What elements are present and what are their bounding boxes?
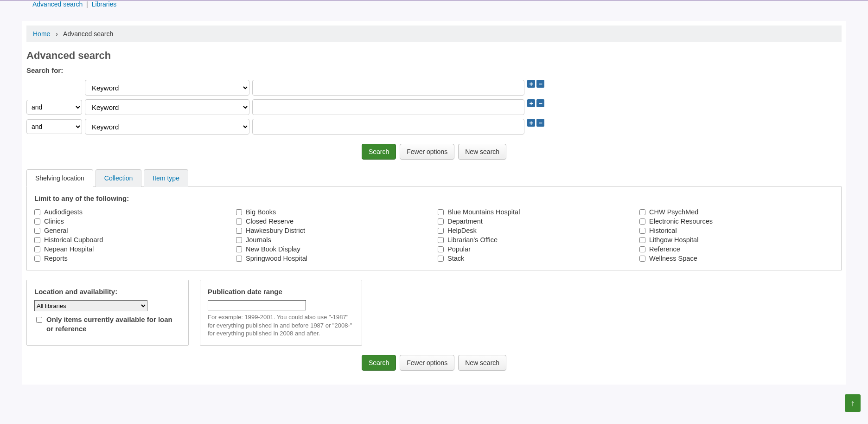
pubdate-input[interactable] — [208, 300, 306, 310]
boolean-select[interactable]: and — [26, 100, 82, 115]
shelving-location-item: Hawkesbury District — [236, 226, 430, 235]
availability-checkbox[interactable] — [36, 317, 42, 323]
field-select[interactable]: Keyword — [85, 99, 249, 115]
search-button[interactable]: Search — [362, 144, 396, 160]
link-libraries[interactable]: Libraries — [92, 0, 117, 8]
shelving-location-checkbox[interactable] — [236, 209, 242, 215]
shelving-location-grid: AudiodigestsBig BooksBlue Mountains Hosp… — [34, 208, 834, 263]
shelving-location-label: Journals — [246, 236, 271, 244]
shelving-location-item: Popular — [438, 245, 632, 253]
shelving-location-checkbox[interactable] — [639, 228, 645, 234]
shelving-location-item: Historical — [639, 226, 834, 235]
action-buttons-top: Search Fewer options New search — [26, 144, 842, 160]
search-button[interactable]: Search — [362, 355, 396, 371]
tab-item-type[interactable]: Item type — [144, 169, 188, 187]
fewer-options-button[interactable]: Fewer options — [400, 355, 454, 371]
shelving-location-label: New Book Display — [246, 245, 300, 253]
shelving-location-label: Audiodigests — [44, 208, 83, 216]
shelving-location-label: Blue Mountains Hospital — [447, 208, 520, 216]
shelving-location-label: General — [44, 227, 68, 234]
shelving-location-checkbox[interactable] — [236, 228, 242, 234]
breadcrumb-current: Advanced search — [63, 30, 113, 38]
field-select[interactable]: Keyword — [85, 119, 249, 135]
breadcrumb-home[interactable]: Home — [33, 30, 50, 38]
library-select[interactable]: All libraries — [34, 300, 147, 311]
new-search-button[interactable]: New search — [458, 355, 506, 371]
shelving-location-checkbox[interactable] — [34, 218, 40, 225]
shelving-location-checkbox[interactable] — [438, 246, 444, 252]
shelving-location-checkbox[interactable] — [34, 237, 40, 243]
shelving-location-label: Reports — [44, 255, 68, 262]
shelving-location-checkbox[interactable] — [236, 246, 242, 252]
search-row: Keyword + − — [26, 80, 842, 96]
shelving-location-label: Big Books — [246, 208, 276, 216]
search-row: and Keyword + − — [26, 99, 842, 115]
remove-row-icon[interactable]: − — [536, 80, 544, 88]
shelving-location-item: General — [34, 226, 229, 235]
shelving-location-label: Nepean Hospital — [44, 245, 94, 253]
shelving-location-checkbox[interactable] — [34, 246, 40, 252]
shelving-location-label: Historical — [649, 227, 677, 234]
shelving-location-checkbox[interactable] — [236, 256, 242, 262]
limit-heading: Limit to any of the following: — [34, 194, 834, 202]
shelving-location-item: Springwood Hospital — [236, 254, 430, 263]
field-select[interactable]: Keyword — [85, 80, 249, 96]
shelving-location-checkbox[interactable] — [639, 237, 645, 243]
tab-collection[interactable]: Collection — [96, 169, 141, 187]
shelving-location-checkbox[interactable] — [639, 256, 645, 262]
lower-filters: Location and availability: All libraries… — [26, 280, 842, 346]
shelving-location-item: Librarian's Office — [438, 236, 632, 244]
shelving-location-label: Reference — [649, 245, 680, 253]
location-legend: Location and availability: — [34, 288, 181, 296]
shelving-location-checkbox[interactable] — [639, 246, 645, 252]
shelving-location-checkbox[interactable] — [438, 209, 444, 215]
shelving-location-label: Springwood Hospital — [246, 255, 307, 262]
shelving-location-label: Popular — [447, 245, 471, 253]
publication-date-box: Publication date range For example: 1999… — [200, 280, 362, 346]
shelving-location-checkbox[interactable] — [639, 209, 645, 215]
fewer-options-button[interactable]: Fewer options — [400, 144, 454, 160]
add-row-icon[interactable]: + — [527, 80, 535, 88]
search-term-input[interactable] — [252, 99, 524, 115]
shelving-location-item: Electronic Resources — [639, 217, 834, 225]
availability-checkbox-label[interactable]: Only items currently available for loan … — [34, 315, 181, 334]
tab-shelving-location[interactable]: Shelving location — [26, 169, 93, 187]
remove-row-icon[interactable]: − — [536, 119, 544, 127]
shelving-location-checkbox[interactable] — [236, 237, 242, 243]
link-advanced-search[interactable]: Advanced search — [32, 0, 83, 8]
shelving-location-checkbox[interactable] — [438, 237, 444, 243]
shelving-location-item: CHW PsychMed — [639, 208, 834, 216]
shelving-location-item: Reference — [639, 245, 834, 253]
add-row-icon[interactable]: + — [527, 119, 535, 127]
nav-divider: | — [86, 0, 88, 8]
shelving-location-item: Lithgow Hospital — [639, 236, 834, 244]
page-title: Advanced search — [26, 50, 842, 62]
search-term-input[interactable] — [252, 80, 524, 96]
shelving-location-checkbox[interactable] — [438, 228, 444, 234]
shelving-location-checkbox[interactable] — [236, 218, 242, 225]
shelving-location-label: Electronic Resources — [649, 218, 713, 225]
boolean-select[interactable]: and — [26, 119, 82, 134]
shelving-location-checkbox[interactable] — [34, 228, 40, 234]
shelving-location-checkbox[interactable] — [438, 218, 444, 225]
search-row: and Keyword + − — [26, 119, 842, 135]
search-term-input[interactable] — [252, 119, 524, 135]
shelving-location-checkbox[interactable] — [639, 218, 645, 225]
shelving-location-label: Hawkesbury District — [246, 227, 305, 234]
shelving-location-checkbox[interactable] — [34, 256, 40, 262]
add-row-icon[interactable]: + — [527, 99, 535, 107]
location-availability-box: Location and availability: All libraries… — [26, 280, 189, 346]
shelving-location-checkbox[interactable] — [438, 256, 444, 262]
new-search-button[interactable]: New search — [458, 144, 506, 160]
remove-row-icon[interactable]: − — [536, 99, 544, 107]
shelving-location-item: Clinics — [34, 217, 229, 225]
shelving-location-item: Wellness Space — [639, 254, 834, 263]
shelving-location-item: New Book Display — [236, 245, 430, 253]
shelving-location-label: Clinics — [44, 218, 64, 225]
shelving-location-item: Journals — [236, 236, 430, 244]
availability-text: Only items currently available for loan … — [46, 315, 181, 334]
shelving-location-label: Wellness Space — [649, 255, 697, 262]
shelving-location-label: Stack — [447, 255, 464, 262]
search-for-label: Search for: — [26, 66, 842, 74]
shelving-location-checkbox[interactable] — [34, 209, 40, 215]
